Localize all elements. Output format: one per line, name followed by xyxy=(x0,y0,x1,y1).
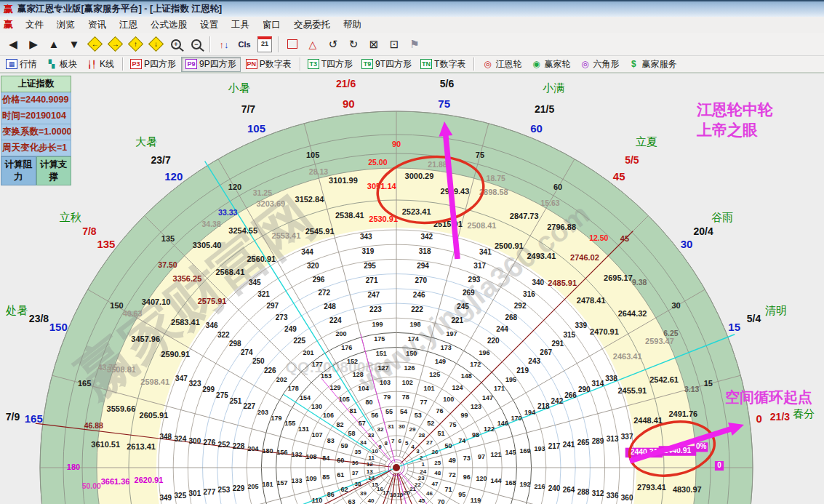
child-window-icon[interactable]: 赢 xyxy=(4,18,13,31)
svg-text:157: 157 xyxy=(277,479,288,487)
tool-K线[interactable]: ╽╿K线 xyxy=(82,57,118,71)
svg-text:2590.91: 2590.91 xyxy=(161,350,190,359)
diamond-right-icon[interactable]: → xyxy=(105,35,124,54)
rotate-ccw-icon[interactable]: ↺ xyxy=(324,35,343,54)
svg-text:60: 60 xyxy=(337,457,344,464)
forward-icon[interactable]: ▶ xyxy=(24,35,43,54)
svg-text:128: 128 xyxy=(353,371,364,378)
svg-text:204: 204 xyxy=(247,445,258,452)
tool-9T四方形[interactable]: T99T四方形 xyxy=(358,57,415,71)
cls-button[interactable]: Cls xyxy=(235,35,254,54)
tool-板块[interactable]: ▚板块 xyxy=(42,57,81,71)
calendar-icon[interactable]: 21 xyxy=(255,35,274,54)
calc-resistance-button[interactable]: 计算阻力 xyxy=(1,156,36,185)
menu-item-3[interactable]: 江恩 xyxy=(113,18,144,31)
svg-text:江恩轮中轮: 江恩轮中轮 xyxy=(696,101,774,118)
svg-text:96: 96 xyxy=(463,473,471,481)
up-arrow-icon[interactable]: ▲ xyxy=(44,35,63,54)
menu-item-7[interactable]: 窗口 xyxy=(256,18,287,31)
svg-text:85: 85 xyxy=(322,473,329,481)
tool-江恩轮[interactable]: ◎江恩轮 xyxy=(478,57,525,71)
fit-view-icon[interactable]: ⊡ xyxy=(385,35,404,54)
tool-T四方形[interactable]: T3T四方形 xyxy=(304,57,356,71)
svg-text:53: 53 xyxy=(415,412,422,419)
tool-P数字表[interactable]: PNP数字表 xyxy=(242,57,295,71)
svg-text:72: 72 xyxy=(449,471,456,479)
diamond-left-icon[interactable]: ← xyxy=(85,35,104,54)
back-icon[interactable]: ◀ xyxy=(4,35,23,54)
svg-text:21/6: 21/6 xyxy=(336,78,356,89)
svg-text:34.38: 34.38 xyxy=(202,220,221,228)
info-row-1: 时间=20190104 xyxy=(1,108,71,124)
zoom-in-icon[interactable]: + xyxy=(167,35,185,54)
menu-item-8[interactable]: 交易委托 xyxy=(287,18,337,31)
svg-text:95: 95 xyxy=(458,491,465,498)
rectangle-tool-icon[interactable] xyxy=(283,35,302,54)
menu-item-0[interactable]: 文件 xyxy=(19,18,50,31)
svg-text:266: 266 xyxy=(564,391,577,399)
svg-text:277: 277 xyxy=(204,488,216,496)
svg-text:240: 240 xyxy=(548,484,561,492)
delete-box-icon[interactable]: ⊠ xyxy=(364,35,383,54)
menu-item-4[interactable]: 公式选股 xyxy=(144,18,193,31)
svg-text:51: 51 xyxy=(437,430,444,437)
svg-text:2463.41: 2463.41 xyxy=(613,352,642,361)
svg-text:298: 298 xyxy=(229,340,241,348)
svg-text:172: 172 xyxy=(470,361,481,368)
tool-六角形[interactable]: ◎六角形 xyxy=(575,57,623,71)
svg-text:3: 3 xyxy=(416,448,420,455)
svg-text:103: 103 xyxy=(380,379,391,386)
diamond-up-icon[interactable]: ↑ xyxy=(126,35,145,54)
svg-text:2448.41: 2448.41 xyxy=(633,416,663,425)
tool-赢家轮[interactable]: ◉赢家轮 xyxy=(527,57,574,71)
svg-text:145: 145 xyxy=(505,449,516,456)
svg-text:271: 271 xyxy=(366,276,378,284)
svg-text:37.50: 37.50 xyxy=(158,260,177,269)
gann-wheel-chart[interactable]: 赢家财富网www.yingjia360.comQQ:10080086012345… xyxy=(0,0,824,504)
svg-text:127: 127 xyxy=(377,364,388,372)
menu-item-2[interactable]: 资讯 xyxy=(81,18,113,31)
toolbar-separator xyxy=(209,36,211,52)
svg-text:63: 63 xyxy=(348,498,356,504)
svg-text:3610.51: 3610.51 xyxy=(91,440,120,449)
svg-text:62: 62 xyxy=(340,486,348,493)
svg-text:170: 170 xyxy=(511,415,521,422)
svg-text:312: 312 xyxy=(592,489,604,497)
triangle-tool-icon[interactable]: △ xyxy=(303,35,322,54)
toolbar-separator xyxy=(278,36,279,52)
svg-text:148: 148 xyxy=(461,372,472,380)
svg-text:7/7: 7/7 xyxy=(241,103,256,115)
down-arrow-icon[interactable]: ▼ xyxy=(65,35,84,54)
svg-text:125: 125 xyxy=(429,371,440,378)
tool-赢家服务[interactable]: $赢家服务 xyxy=(624,57,680,71)
calc-support-button[interactable]: 计算支撑 xyxy=(36,156,72,185)
zoom-out-icon[interactable]: − xyxy=(187,35,206,54)
svg-text:74: 74 xyxy=(458,437,465,444)
svg-text:5/5: 5/5 xyxy=(625,154,639,166)
svg-text:293: 293 xyxy=(468,276,481,284)
svg-text:124: 124 xyxy=(452,384,463,391)
svg-text:194: 194 xyxy=(524,409,535,416)
svg-text:218: 218 xyxy=(537,402,550,410)
svg-text:241: 241 xyxy=(563,441,575,449)
svg-text:98: 98 xyxy=(472,431,479,439)
svg-text:45: 45 xyxy=(620,234,629,243)
tool-9P四方形[interactable]: P99P四方形 xyxy=(181,57,241,72)
rotate-cw-icon[interactable]: ↻ xyxy=(344,35,363,54)
flag-icon[interactable]: ⚑ xyxy=(405,35,424,54)
svg-text:155: 155 xyxy=(284,420,295,427)
svg-text:立秋: 立秋 xyxy=(60,211,81,223)
sort-arrows-icon[interactable]: ↑↓ xyxy=(215,35,233,54)
menu-item-9[interactable]: 帮助 xyxy=(337,18,368,31)
info-row-3: 周天变化步长=1 xyxy=(1,140,71,156)
menu-item-1[interactable]: 浏览 xyxy=(50,18,81,31)
tool-P四方形[interactable]: P3P四方形 xyxy=(127,57,180,71)
menu-item-5[interactable]: 设置 xyxy=(193,18,225,31)
svg-text:242: 242 xyxy=(551,397,564,405)
svg-text:147: 147 xyxy=(482,394,493,401)
diamond-down-icon[interactable]: ↓ xyxy=(146,35,165,54)
tool-T数字表[interactable]: TNT数字表 xyxy=(417,57,469,71)
menu-item-6[interactable]: 工具 xyxy=(225,18,256,31)
svg-text:48: 48 xyxy=(434,470,441,476)
tool-行情[interactable]: ▦行情 xyxy=(2,57,41,71)
